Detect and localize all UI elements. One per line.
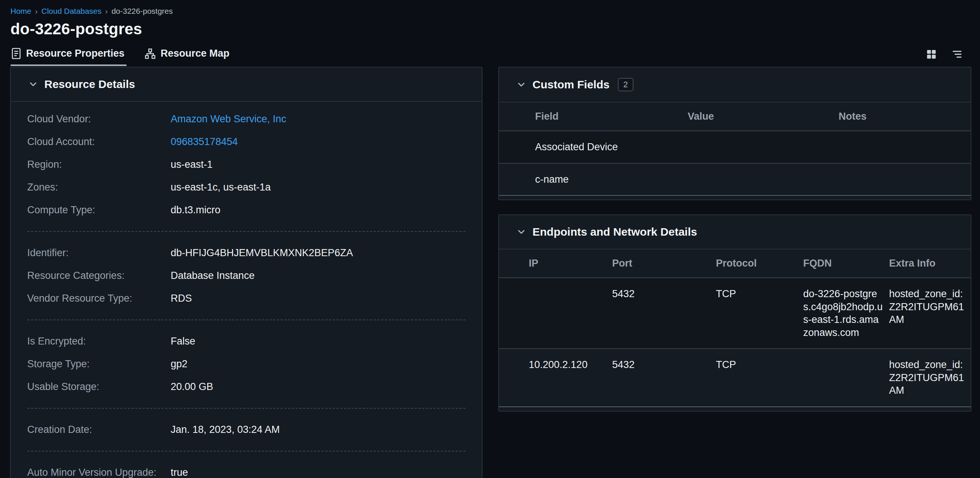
cell-fqdn: do-3226-postgres.c4go8jb2hodp.us-east-1.… xyxy=(803,278,889,348)
cell-value xyxy=(687,164,838,195)
detail-label: Compute Type: xyxy=(27,204,171,216)
section-title: Resource Details xyxy=(45,78,135,91)
detail-value: gp2 xyxy=(171,358,188,370)
breadcrumb: Home › Cloud Databases › do-3226-postgre… xyxy=(10,7,970,16)
detail-value[interactable]: 096835178454 xyxy=(171,136,238,148)
detail-value: False xyxy=(171,336,195,347)
table-header-row: Field Value Notes xyxy=(499,102,971,131)
detail-row: Is Encrypted: False xyxy=(27,330,465,353)
detail-label: Identifier: xyxy=(27,247,171,259)
detail-row: Storage Type: gp2 xyxy=(27,353,465,376)
left-column: Resource Details Cloud Vendor: Amazon We… xyxy=(10,67,482,478)
endpoints-rows: 5432 TCP do-3226-postgres.c4go8jb2hodp.u… xyxy=(499,278,971,407)
tab-label: Resource Properties xyxy=(26,48,124,59)
detail-row: Vendor Resource Type: RDS xyxy=(27,287,465,310)
chevron-down-icon[interactable] xyxy=(516,80,527,90)
right-column: Custom Fields 2 Field Value Notes Associ… xyxy=(498,67,971,478)
custom-fields-table: Field Value Notes Associated Device c-na… xyxy=(499,102,971,196)
custom-fields-rows: Associated Device c-name xyxy=(499,131,971,196)
detail-row: Creation Date: Jan. 18, 2023, 03:24 AM xyxy=(27,418,465,441)
cell-notes xyxy=(839,131,971,163)
detail-row: Region: us-east-1 xyxy=(27,153,465,176)
cell-ip: 10.200.2.120 xyxy=(499,349,612,406)
custom-fields-header: Custom Fields 2 xyxy=(499,67,971,102)
breadcrumb-home[interactable]: Home xyxy=(10,7,31,16)
detail-value: Jan. 18, 2023, 03:24 AM xyxy=(171,424,280,435)
cell-field: Associated Device xyxy=(499,131,687,163)
table-row[interactable]: Associated Device xyxy=(499,131,971,164)
cell-fqdn xyxy=(803,349,889,406)
endpoints-card: Endpoints and Network Details IP Port Pr… xyxy=(498,214,971,412)
detail-label: Is Encrypted: xyxy=(27,336,171,347)
table-header-row: IP Port Protocol FQDN Extra Info xyxy=(499,249,971,278)
card-footer-spacer xyxy=(499,407,971,411)
detail-label: Region: xyxy=(27,159,171,170)
cell-port: 5432 xyxy=(612,278,716,348)
card-footer-spacer xyxy=(499,196,971,199)
tab-label: Resource Map xyxy=(161,48,229,59)
cell-field: c-name xyxy=(499,164,687,195)
tab-resource-properties[interactable]: Resource Properties xyxy=(10,47,127,66)
detail-row: Resource Categories: Database Instance xyxy=(27,264,465,287)
cell-value xyxy=(687,131,838,163)
page-title: do-3226-postgres xyxy=(10,20,970,38)
count-badge: 2 xyxy=(618,78,633,91)
group-divider xyxy=(27,408,465,409)
detail-row: Cloud Account: 096835178454 xyxy=(27,131,465,153)
detail-value[interactable]: Amazon Web Service, Inc xyxy=(171,113,286,125)
breadcrumb-separator: › xyxy=(105,7,108,16)
cell-port: 5432 xyxy=(612,349,716,406)
detail-label: Zones: xyxy=(27,182,171,193)
endpoints-header: Endpoints and Network Details xyxy=(499,215,971,249)
tabs-bar: Resource Properties Resource Map xyxy=(10,47,970,66)
detail-label: Usable Storage: xyxy=(27,381,171,393)
chevron-down-icon[interactable] xyxy=(28,79,38,89)
breadcrumb-cloud-databases[interactable]: Cloud Databases xyxy=(41,7,101,16)
detail-label: Cloud Vendor: xyxy=(27,113,171,125)
cell-extra-info: hosted_zone_id:Z2R2ITUGPM61AM xyxy=(889,349,971,406)
resource-details-header: Resource Details xyxy=(11,67,482,102)
detail-row: Usable Storage: 20.00 GB xyxy=(27,376,465,398)
cell-notes xyxy=(839,164,971,195)
column-header-notes: Notes xyxy=(839,102,971,131)
document-icon xyxy=(11,48,21,59)
breadcrumb-current: do-3226-postgres xyxy=(111,7,173,16)
grid-view-button[interactable] xyxy=(926,48,937,60)
custom-fields-card: Custom Fields 2 Field Value Notes Associ… xyxy=(498,67,971,200)
column-header-extra-info: Extra Info xyxy=(889,249,971,277)
detail-label: Cloud Account: xyxy=(27,136,171,148)
table-row[interactable]: 10.200.2.120 5432 TCP hosted_zone_id:Z2R… xyxy=(499,349,971,407)
column-header-ip: IP xyxy=(499,249,612,277)
group-divider xyxy=(27,231,465,232)
cell-protocol: TCP xyxy=(716,278,803,348)
detail-label: Vendor Resource Type: xyxy=(27,293,171,304)
table-row[interactable]: c-name xyxy=(499,164,971,196)
cell-extra-info: hosted_zone_id:Z2R2ITUGPM61AM xyxy=(889,278,971,348)
resource-details-body: Cloud Vendor: Amazon Web Service, Inc Cl… xyxy=(11,102,482,478)
detail-value: true xyxy=(171,467,188,478)
detail-value: db-HFIJG4BHJEMVBLKMXNK2BEP6ZA xyxy=(171,247,353,259)
detail-value: Database Instance xyxy=(171,270,255,282)
column-header-port: Port xyxy=(612,249,716,277)
detail-row: Cloud Vendor: Amazon Web Service, Inc xyxy=(27,108,465,131)
tab-resource-map[interactable]: Resource Map xyxy=(144,47,232,66)
detail-label: Auto Minor Version Upgrade: xyxy=(27,467,171,478)
table-row[interactable]: 5432 TCP do-3226-postgres.c4go8jb2hodp.u… xyxy=(499,278,971,349)
detail-value: us-east-1c, us-east-1a xyxy=(171,182,271,193)
view-controls xyxy=(926,48,970,66)
column-header-protocol: Protocol xyxy=(716,249,803,277)
column-header-value: Value xyxy=(687,102,838,131)
detail-value: 20.00 GB xyxy=(171,381,213,393)
detail-value: db.t3.micro xyxy=(171,204,221,216)
list-view-button[interactable] xyxy=(951,48,963,60)
column-header-fqdn: FQDN xyxy=(803,249,889,277)
resource-details-card: Resource Details Cloud Vendor: Amazon We… xyxy=(10,67,482,478)
detail-label: Creation Date: xyxy=(27,424,171,435)
cell-protocol: TCP xyxy=(716,349,803,406)
endpoints-table: IP Port Protocol FQDN Extra Info 5432 TC… xyxy=(499,249,971,407)
section-title: Custom Fields xyxy=(533,78,609,91)
breadcrumb-separator: › xyxy=(35,7,38,16)
sitemap-icon xyxy=(145,48,156,59)
chevron-down-icon[interactable] xyxy=(516,227,527,237)
detail-label: Resource Categories: xyxy=(27,270,171,282)
